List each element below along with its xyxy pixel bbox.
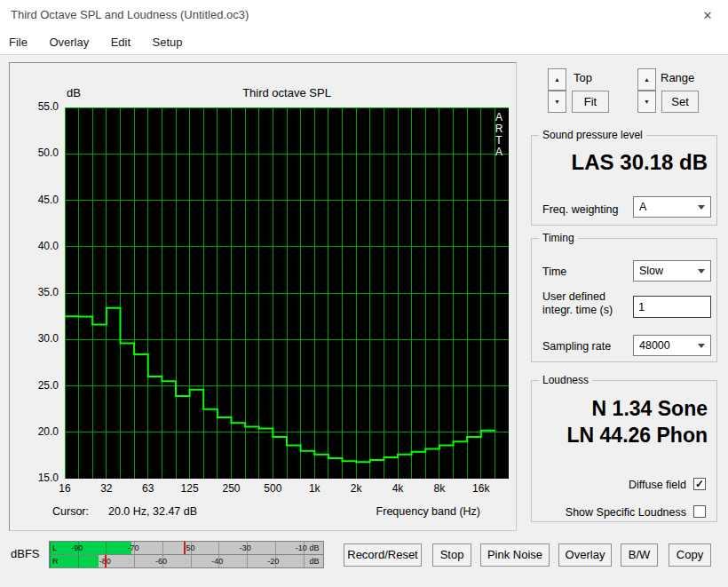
meter-scale-label: -30 bbox=[240, 542, 251, 554]
range-up-button[interactable]: ▲ bbox=[637, 68, 656, 91]
cursor-readout: Cursor:20.0 Hz, 32.47 dB bbox=[52, 505, 197, 518]
top-label: Top bbox=[574, 71, 592, 84]
sampling-rate-value: 48000 bbox=[639, 339, 670, 352]
menu-edit[interactable]: Edit bbox=[102, 30, 139, 54]
x-axis-tick-label: 16k bbox=[472, 482, 489, 495]
time-label: Time bbox=[542, 266, 566, 278]
pink-noise-button[interactable]: Pink Noise bbox=[480, 543, 550, 567]
time-value: Slow bbox=[639, 265, 663, 277]
y-axis-tick-label: 55.0 bbox=[10, 100, 59, 113]
x-axis-title: Frequency band (Hz) bbox=[376, 505, 480, 518]
range-label: Range bbox=[661, 71, 694, 84]
menu-setup[interactable]: Setup bbox=[144, 30, 192, 54]
chart-panel: dB Third octave SPL 55.050.045.040.035.0… bbox=[9, 62, 517, 531]
top-up-button[interactable]: ▲ bbox=[548, 68, 566, 91]
sampling-rate-label: Sampling rate bbox=[542, 340, 611, 353]
meter-scale-label: -10 bbox=[296, 542, 307, 554]
left-peak-indicator bbox=[184, 542, 186, 554]
title-bar: Third Octave SPL and Loudness (Untitled.… bbox=[0, 0, 728, 30]
level-meter-right-row: R -80-60-40-20dB bbox=[50, 555, 323, 567]
meter-unit-label: dB bbox=[310, 555, 320, 567]
level-meter-left-row: L -90-70-50-30-10dB bbox=[50, 542, 323, 554]
x-axis-tick-label: 63 bbox=[142, 482, 154, 495]
integr-time-input[interactable] bbox=[633, 296, 711, 318]
dbfs-label: dBFS bbox=[11, 547, 40, 560]
right-peak-indicator bbox=[105, 555, 107, 567]
y-axis-tick-label: 30.0 bbox=[10, 332, 59, 345]
left-channel-label: L bbox=[52, 542, 57, 554]
up-arrow-icon: ▲ bbox=[644, 76, 650, 83]
diffuse-field-checkbox[interactable]: ✓ bbox=[693, 478, 706, 490]
record-reset-button[interactable]: Record/Reset bbox=[344, 543, 422, 567]
x-axis-tick-label: 32 bbox=[100, 482, 112, 495]
top-down-button[interactable]: ▼ bbox=[548, 91, 566, 113]
x-axis-tick-labels: 1632631252505001k2k4k8k16k bbox=[10, 482, 518, 496]
x-axis-tick-label: 4k bbox=[392, 482, 404, 495]
spl-group-title: Sound pressure level bbox=[539, 129, 646, 141]
menu-bar: File Overlay Edit Setup bbox=[0, 30, 728, 55]
x-axis-tick-label: 2k bbox=[351, 482, 362, 495]
cursor-prefix-label: Cursor: bbox=[52, 505, 89, 518]
cursor-value: 20.0 Hz, 32.47 dB bbox=[108, 505, 197, 518]
freq-weighting-value: A bbox=[639, 201, 646, 213]
down-arrow-icon: ▼ bbox=[554, 99, 560, 105]
spl-value: LAS 30.18 dB bbox=[532, 150, 716, 175]
stop-button[interactable]: Stop bbox=[432, 543, 471, 567]
set-button[interactable]: Set bbox=[661, 91, 699, 113]
fit-button[interactable]: Fit bbox=[572, 91, 609, 113]
show-specific-loudness-checkbox[interactable] bbox=[693, 505, 706, 518]
loudness-phon-value: LN 44.26 Phon bbox=[532, 424, 716, 448]
loudness-sone-value: N 1.34 Sone bbox=[532, 397, 716, 421]
timing-group-title: Timing bbox=[539, 232, 578, 244]
x-axis-tick-label: 1k bbox=[309, 482, 320, 495]
spl-group: Sound pressure level LAS 30.18 dB Freq. … bbox=[531, 135, 717, 226]
menu-overlay[interactable]: Overlay bbox=[40, 30, 98, 54]
integr-time-label: User defined integr. time (s) bbox=[542, 290, 631, 317]
x-axis-tick-label: 125 bbox=[181, 482, 199, 495]
level-meter: L -90-70-50-30-10dB R -80-60-40-20dB bbox=[49, 541, 324, 568]
x-axis-tick-label: 500 bbox=[264, 482, 281, 495]
time-select[interactable]: Slow bbox=[633, 260, 711, 282]
y-axis-tick-label: 40.0 bbox=[10, 240, 59, 252]
show-specific-loudness-label[interactable]: Show Specific Loudness bbox=[542, 506, 686, 519]
meter-scale-label: -70 bbox=[127, 542, 138, 554]
bw-button[interactable]: B/W bbox=[621, 543, 658, 567]
x-axis-tick-label: 8k bbox=[434, 482, 446, 495]
y-axis-tick-label: 45.0 bbox=[10, 194, 59, 206]
copy-button[interactable]: Copy bbox=[669, 543, 711, 567]
freq-weighting-label: Freq. weighting bbox=[542, 203, 618, 216]
meter-scale-label: -90 bbox=[71, 542, 83, 554]
chevron-down-icon bbox=[698, 205, 705, 210]
loudness-group-title: Loudness bbox=[539, 374, 592, 386]
menu-file[interactable]: File bbox=[0, 30, 36, 54]
range-down-button[interactable]: ▼ bbox=[637, 91, 656, 113]
up-arrow-icon: ▲ bbox=[554, 76, 560, 83]
x-axis-tick-label: 16 bbox=[59, 482, 70, 495]
loudness-group: Loudness N 1.34 Sone LN 44.26 Phon Diffu… bbox=[531, 380, 717, 522]
meter-unit-label: dB bbox=[310, 542, 320, 554]
left-level-bar bbox=[50, 542, 131, 554]
meter-scale-label: -60 bbox=[155, 555, 167, 567]
diffuse-field-label[interactable]: Diffuse field bbox=[542, 479, 686, 491]
chevron-down-icon bbox=[698, 344, 705, 348]
chart-title: Third octave SPL bbox=[65, 86, 509, 99]
sampling-rate-select[interactable]: 48000 bbox=[633, 335, 711, 356]
spl-plot-svg[interactable] bbox=[65, 107, 509, 479]
y-axis-tick-label: 35.0 bbox=[10, 286, 59, 298]
close-icon[interactable]: ✕ bbox=[698, 6, 717, 26]
down-arrow-icon: ▼ bbox=[644, 99, 650, 105]
x-axis-tick-label: 250 bbox=[222, 482, 240, 495]
timing-group: Timing Time Slow User defined integr. ti… bbox=[531, 238, 717, 362]
chevron-down-icon bbox=[698, 269, 705, 274]
freq-weighting-select[interactable]: A bbox=[633, 196, 711, 218]
spl-plot[interactable] bbox=[65, 107, 509, 479]
right-channel-label: R bbox=[52, 555, 59, 567]
meter-scale-label: -40 bbox=[211, 555, 223, 567]
arta-watermark: ARTA bbox=[493, 112, 505, 158]
meter-scale-label: -20 bbox=[267, 555, 279, 567]
overlay-button[interactable]: Overlay bbox=[558, 543, 612, 567]
window-title: Third Octave SPL and Loudness (Untitled.… bbox=[11, 8, 249, 21]
y-axis-tick-label: 50.0 bbox=[10, 147, 59, 159]
y-axis-tick-label: 20.0 bbox=[10, 425, 59, 438]
y-axis-tick-label: 25.0 bbox=[10, 379, 59, 392]
